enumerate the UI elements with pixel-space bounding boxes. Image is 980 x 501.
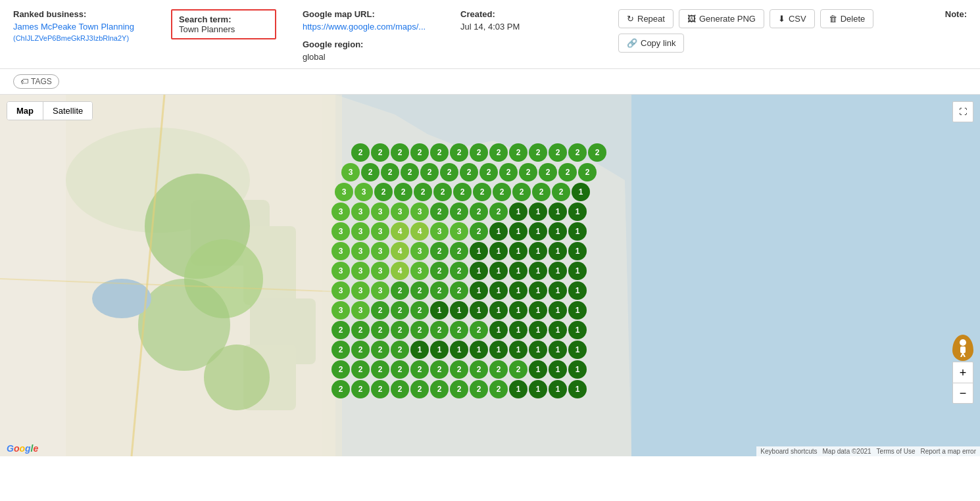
zoom-controls: + − [952, 362, 973, 404]
terms-link[interactable]: Terms of Use [877, 448, 916, 455]
search-term-label: Search term: [179, 14, 268, 24]
ranked-business-block: Ranked business: James McPeake Town Plan… [13, 9, 145, 42]
note-label: Note: [945, 9, 967, 19]
svg-rect-16 [631, 95, 980, 456]
created-label: Created: [460, 9, 592, 19]
created-block: Created: Jul 14, 4:03 PM [460, 9, 592, 32]
svg-rect-15 [322, 95, 651, 456]
link-icon: 🔗 [627, 38, 637, 48]
trash-icon: 🗑 [829, 14, 837, 24]
search-term-value: Town Planners [179, 24, 268, 34]
repeat-button[interactable]: ↻ Repeat [618, 9, 674, 28]
svg-line-20 [963, 353, 965, 357]
google-map-url-link[interactable]: https://www.google.com/maps/... [303, 22, 434, 32]
tab-map[interactable]: Map [7, 102, 43, 120]
google-map-url-label: Google map URL: [303, 9, 434, 19]
zoom-out-button[interactable]: − [952, 383, 973, 404]
svg-rect-18 [960, 346, 966, 353]
business-name-link[interactable]: James McPeake Town Planning [13, 22, 145, 32]
google-region-value: global [303, 52, 434, 62]
ranked-business-label: Ranked business: [13, 9, 145, 19]
map-container[interactable]: Map Satellite ⛶ + − 22222222222223222222… [0, 95, 980, 456]
google-region-label: Google region: [303, 39, 434, 49]
map-data-label: Map data ©2021 [823, 448, 871, 455]
search-term-block: Search term: Town Planners [171, 9, 276, 39]
svg-point-11 [204, 345, 270, 410]
tag-icon: 🏷 [20, 77, 28, 86]
csv-button[interactable]: ⬇ CSV [770, 9, 815, 28]
google-map-url-block: Google map URL: https://www.google.com/m… [303, 9, 434, 62]
pegman[interactable] [952, 335, 973, 361]
created-value: Jul 14, 4:03 PM [460, 22, 592, 32]
actions-block: ↻ Repeat 🖼 Generate PNG ⬇ CSV 🗑 Delete 🔗… [618, 9, 906, 53]
google-logo: Google [7, 443, 38, 454]
business-id: (ChIJLZVeP6BmeGkRJ3IzbRlna2Y) [13, 34, 145, 42]
report-link[interactable]: Report a map error [921, 448, 976, 455]
tags-button[interactable]: 🏷 TAGS [13, 74, 59, 89]
map-background [0, 95, 980, 456]
tags-area: 🏷 TAGS [0, 69, 980, 95]
generate-png-button[interactable]: 🖼 Generate PNG [679, 9, 764, 28]
image-icon: 🖼 [687, 14, 696, 24]
svg-point-17 [960, 339, 966, 346]
top-bar: Ranked business: James McPeake Town Plan… [0, 0, 980, 69]
delete-button[interactable]: 🗑 Delete [820, 9, 874, 28]
fullscreen-icon: ⛶ [959, 107, 967, 116]
repeat-icon: ↻ [627, 14, 634, 24]
pegman-icon [956, 339, 969, 357]
fullscreen-button[interactable]: ⛶ [952, 101, 973, 122]
tags-label: TAGS [31, 77, 52, 86]
download-icon: ⬇ [778, 14, 785, 24]
copy-link-button[interactable]: 🔗 Copy link [618, 34, 684, 53]
zoom-in-button[interactable]: + [952, 362, 973, 383]
map-tabs: Map Satellite [7, 101, 93, 120]
map-footer: Keyboard shortcuts Map data ©2021 Terms … [756, 446, 980, 456]
keyboard-shortcuts-link[interactable]: Keyboard shortcuts [760, 448, 817, 455]
tab-satellite[interactable]: Satellite [43, 102, 92, 120]
note-block: Note: [945, 9, 967, 19]
